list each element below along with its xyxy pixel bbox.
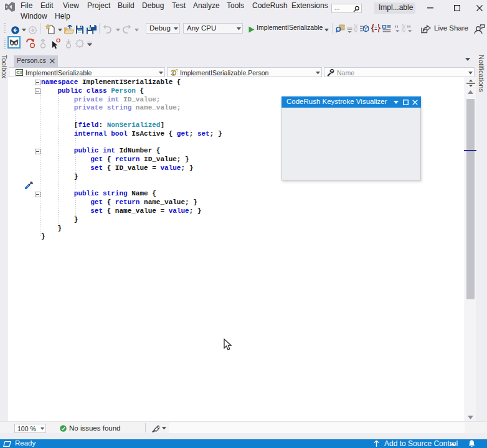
svg-text:C#: C# xyxy=(16,70,22,75)
